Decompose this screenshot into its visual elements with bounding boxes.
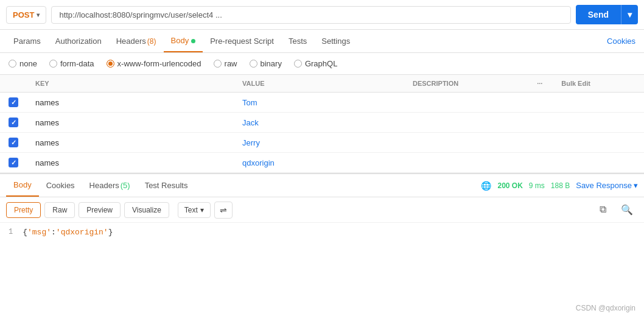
row-bulk-2	[553, 133, 644, 153]
format-type-dropdown[interactable]: Text ▾	[178, 202, 211, 218]
row-check-0[interactable]	[0, 93, 27, 113]
fmt-raw-button[interactable]: Raw	[44, 202, 75, 218]
tab-body[interactable]: Body	[164, 30, 203, 52]
line-number: 1	[9, 228, 13, 237]
resp-tab-body[interactable]: Body	[6, 174, 39, 197]
row-bulk-3	[553, 153, 644, 173]
search-icon[interactable]: 🔍	[616, 201, 638, 219]
col-header-more: ···	[528, 75, 553, 93]
col-header-desc: DESCRIPTION	[404, 75, 528, 93]
params-table: KEY VALUE DESCRIPTION ··· Bulk Edit name…	[0, 75, 644, 173]
action-icons: ⧉ 🔍	[595, 201, 638, 219]
row-bulk-0	[553, 93, 644, 113]
row-key-3: names	[27, 153, 234, 173]
response-size: 188 B	[551, 181, 570, 190]
radio-circle-urlencoded	[107, 60, 114, 68]
url-input[interactable]	[51, 6, 570, 24]
tab-authorization[interactable]: Authorization	[48, 30, 109, 52]
status-code: 200 OK	[497, 181, 522, 190]
tab-params[interactable]: Params	[6, 30, 48, 52]
fmt-pretty-button[interactable]: Pretty	[6, 202, 41, 218]
body-type-row: none form-data x-www-form-urlencoded raw…	[0, 53, 644, 75]
format-bar: Pretty Raw Preview Visualize Text ▾ ⇌ ⧉ …	[0, 197, 644, 223]
row-more-2	[528, 133, 553, 153]
radio-form-data[interactable]: form-data	[49, 59, 94, 68]
radio-graphql[interactable]: GraphQL	[294, 59, 337, 68]
row-key-2: names	[27, 133, 234, 153]
send-button[interactable]: Send ▾	[576, 5, 638, 24]
save-response-button[interactable]: Save Response ▾	[576, 181, 638, 190]
method-select[interactable]: POST ▾	[6, 6, 46, 24]
tab-settings[interactable]: Settings	[314, 30, 357, 52]
sort-icon[interactable]: ⇌	[214, 202, 233, 219]
table-row: names Jerry	[0, 133, 644, 153]
radio-none[interactable]: none	[9, 59, 37, 68]
row-bulk-1	[553, 113, 644, 133]
method-label: POST	[13, 10, 34, 19]
checkbox-3[interactable]	[9, 158, 18, 167]
radio-urlencoded[interactable]: x-www-form-urlencoded	[107, 59, 201, 68]
globe-icon: 🌐	[481, 181, 491, 191]
col-header-check	[0, 75, 27, 93]
radio-circle-form-data	[49, 60, 57, 68]
watermark: CSDN @qdxorigin	[576, 304, 635, 312]
resp-tab-cookies[interactable]: Cookies	[39, 175, 82, 196]
row-desc-0	[404, 93, 528, 113]
radio-circle-graphql	[294, 60, 302, 68]
table-row: names Tom	[0, 93, 644, 113]
row-desc-3	[404, 153, 528, 173]
fmt-visualize-button[interactable]: Visualize	[124, 202, 169, 218]
checkbox-2[interactable]	[9, 138, 18, 147]
row-value-3: qdxorigin	[234, 153, 404, 173]
row-key-1: names	[27, 113, 234, 133]
response-status-bar: 🌐 200 OK 9 ms 188 B Save Response ▾	[481, 181, 638, 191]
send-label: Send	[576, 5, 621, 24]
tab-pre-request[interactable]: Pre-request Script	[203, 30, 281, 52]
radio-raw[interactable]: raw	[214, 59, 237, 68]
checkbox-1[interactable]	[9, 118, 18, 127]
col-header-key: KEY	[27, 75, 234, 93]
col-header-bulk: Bulk Edit	[553, 75, 644, 93]
response-time: 9 ms	[529, 181, 545, 190]
tab-tests[interactable]: Tests	[281, 30, 314, 52]
code-area: 1 {'msg':'qdxorigin'}	[0, 223, 644, 242]
row-value-2: Jerry	[234, 133, 404, 153]
row-desc-2	[404, 133, 528, 153]
table-row: names Jack	[0, 113, 644, 133]
tab-headers[interactable]: Headers(8)	[109, 30, 164, 52]
send-arrow: ▾	[621, 5, 638, 24]
row-key-0: names	[27, 93, 234, 113]
request-tabs: Params Authorization Headers(8) Body Pre…	[0, 30, 644, 53]
radio-circle-raw	[214, 60, 222, 68]
cookies-link[interactable]: Cookies	[604, 30, 638, 52]
row-check-3[interactable]	[0, 153, 27, 173]
copy-icon[interactable]: ⧉	[595, 201, 611, 219]
fmt-preview-button[interactable]: Preview	[79, 202, 121, 218]
radio-circle-none	[9, 60, 16, 68]
resp-tab-headers[interactable]: Headers(5)	[82, 175, 138, 196]
row-more-3	[528, 153, 553, 173]
url-bar: POST ▾ Send ▾	[0, 0, 644, 30]
row-check-1[interactable]	[0, 113, 27, 133]
table-row: names qdxorigin	[0, 153, 644, 173]
row-value-1: Jack	[234, 113, 404, 133]
col-header-value: VALUE	[234, 75, 404, 93]
params-table-wrapper: KEY VALUE DESCRIPTION ··· Bulk Edit name…	[0, 75, 644, 173]
radio-binary[interactable]: binary	[250, 59, 282, 68]
row-more-1	[528, 113, 553, 133]
code-content: {'msg':'qdxorigin'}	[23, 228, 113, 237]
resp-tab-test-results[interactable]: Test Results	[138, 175, 195, 196]
checkbox-0[interactable]	[9, 97, 18, 107]
row-value-0: Tom	[234, 93, 404, 113]
row-desc-1	[404, 113, 528, 133]
method-chevron: ▾	[37, 12, 40, 18]
row-check-2[interactable]	[0, 133, 27, 153]
radio-circle-binary	[250, 60, 257, 68]
row-more-0	[528, 93, 553, 113]
response-panel: Body Cookies Headers(5) Test Results 🌐 2…	[0, 173, 644, 242]
response-tabs-bar: Body Cookies Headers(5) Test Results 🌐 2…	[0, 174, 644, 197]
